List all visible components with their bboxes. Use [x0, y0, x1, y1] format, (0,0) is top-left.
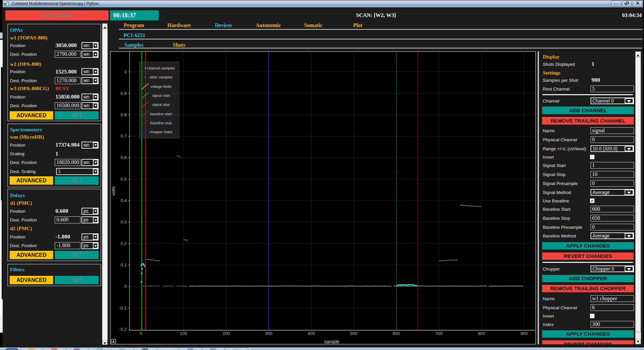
svg-text:300: 300	[265, 331, 272, 336]
svg-text:baseline start: baseline start	[150, 112, 172, 116]
svg-text:800: 800	[478, 331, 485, 336]
svg-text:1: 1	[124, 69, 126, 74]
svg-text:signal start: signal start	[152, 94, 170, 98]
svg-text:0.4: 0.4	[120, 198, 126, 203]
svg-text:volts: volts	[111, 186, 116, 196]
svg-text:0.9: 0.9	[120, 91, 126, 96]
svg-text:0.2: 0.2	[120, 241, 126, 246]
svg-text:voltage limits: voltage limits	[150, 84, 172, 89]
svg-text:baseline stop: baseline stop	[150, 121, 172, 125]
svg-text:400: 400	[307, 331, 315, 336]
svg-text:0.1: 0.1	[120, 262, 126, 268]
svg-text:other samples: other samples	[149, 75, 173, 79]
svg-text:0.8: 0.8	[120, 112, 126, 117]
svg-text:channel samples: channel samples	[147, 66, 175, 70]
svg-text:700: 700	[435, 331, 443, 336]
svg-text:-0.2: -0.2	[119, 327, 126, 332]
svg-text:-0.1: -0.1	[119, 306, 126, 311]
svg-text:signal stop: signal stop	[152, 103, 170, 107]
svg-text:0.7: 0.7	[120, 134, 126, 139]
svg-text:900: 900	[520, 331, 528, 336]
svg-text:sample: sample	[324, 339, 339, 344]
svg-text:600: 600	[392, 331, 400, 336]
svg-text:0: 0	[140, 331, 142, 336]
svg-text:0: 0	[124, 284, 126, 289]
svg-text:500: 500	[350, 331, 357, 336]
svg-text:A: A	[112, 340, 115, 344]
svg-text:chopper index: chopper index	[149, 130, 173, 134]
svg-text:0.3: 0.3	[120, 219, 126, 224]
svg-text:200: 200	[222, 331, 230, 336]
svg-text:100: 100	[180, 331, 187, 336]
svg-text:0.6: 0.6	[120, 155, 126, 160]
svg-text:0.5: 0.5	[120, 177, 126, 182]
